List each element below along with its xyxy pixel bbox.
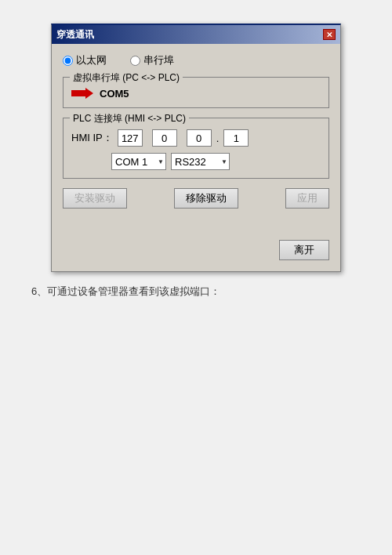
install-driver-button[interactable]: 安装驱动 bbox=[63, 188, 127, 209]
dialog-window: 穿透通讯 ✕ 以太网 串行埠 虚拟串行埠 (PC <-> PLC) bbox=[51, 24, 341, 272]
remove-driver-button[interactable]: 移除驱动 bbox=[174, 188, 238, 209]
arrow-icon bbox=[71, 87, 93, 100]
bottom-close-row: 离开 bbox=[63, 240, 329, 260]
hmi-ip-label: HMI IP： bbox=[71, 131, 113, 145]
apply-button[interactable]: 应用 bbox=[285, 188, 329, 209]
leave-button[interactable]: 离开 bbox=[279, 240, 329, 260]
com-rs-row: COM 1 COM 2 COM 3 RS232 RS485 RS422 bbox=[111, 153, 321, 170]
ip-dot-3: . bbox=[216, 132, 220, 144]
plc-group-box: PLC 连接埠 (HMI <-> PLC) HMI IP： . bbox=[63, 118, 329, 179]
vcom-group-label: 虚拟串行埠 (PC <-> PLC) bbox=[70, 71, 183, 85]
ip-field-2[interactable] bbox=[152, 129, 177, 147]
ip-field-1[interactable] bbox=[118, 129, 143, 147]
vcom-group-box: 虚拟串行埠 (PC <-> PLC) COM5 bbox=[63, 77, 329, 108]
rs-select[interactable]: RS232 RS485 RS422 bbox=[171, 153, 230, 170]
com-select[interactable]: COM 1 COM 2 COM 3 bbox=[111, 153, 166, 170]
radio-serial[interactable]: 串行埠 bbox=[130, 53, 174, 67]
rs-select-wrapper: RS232 RS485 RS422 bbox=[171, 153, 230, 170]
dialog-close-button[interactable]: ✕ bbox=[323, 29, 336, 40]
connection-type-radio-group: 以太网 串行埠 bbox=[63, 53, 329, 67]
plc-group-label: PLC 连接埠 (HMI <-> PLC) bbox=[70, 112, 189, 125]
radio-serial-input[interactable] bbox=[130, 56, 140, 66]
page-wrapper: 穿透通讯 ✕ 以太网 串行埠 虚拟串行埠 (PC <-> PLC) bbox=[0, 0, 392, 555]
plc-content: HMI IP： . COM 1 bbox=[71, 129, 321, 170]
dialog-body: 以太网 串行埠 虚拟串行埠 (PC <-> PLC) COM5 bbox=[52, 44, 340, 271]
radio-ethernet-input[interactable] bbox=[63, 56, 73, 66]
dialog-titlebar: 穿透通讯 ✕ bbox=[52, 25, 340, 44]
radio-ethernet[interactable]: 以太网 bbox=[63, 53, 107, 67]
dialog-title: 穿透通讯 bbox=[56, 28, 94, 42]
ip-field-4[interactable] bbox=[223, 129, 249, 147]
page-note: 6、可通过设备管理器查看到该虚拟端口： bbox=[31, 285, 361, 299]
ip-field-3[interactable] bbox=[187, 129, 212, 147]
svg-marker-0 bbox=[71, 88, 93, 99]
com-select-wrapper: COM 1 COM 2 COM 3 bbox=[111, 153, 166, 170]
hmi-ip-row: HMI IP： . bbox=[71, 129, 321, 147]
radio-serial-label: 串行埠 bbox=[143, 53, 174, 67]
com5-label: COM5 bbox=[100, 88, 129, 100]
vcom-content: COM5 bbox=[71, 87, 321, 100]
radio-ethernet-label: 以太网 bbox=[76, 53, 107, 67]
action-buttons-row: 安装驱动 移除驱动 应用 bbox=[63, 188, 329, 209]
